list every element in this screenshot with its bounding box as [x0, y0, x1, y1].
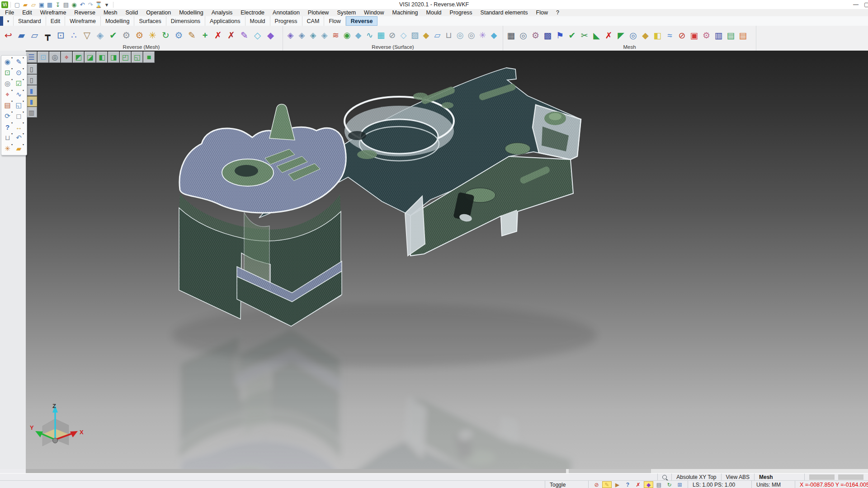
more-commands-icon[interactable]: ▾: [103, 1, 111, 9]
open-image-icon[interactable]: ▰: [14, 144, 24, 154]
section-cube-icon[interactable]: ◧: [651, 28, 664, 42]
tab-surfaces[interactable]: Surfaces: [134, 16, 166, 26]
status-button-blank-1[interactable]: [809, 474, 835, 480]
mesh-smooth-icon[interactable]: ◇: [251, 28, 264, 42]
shaded-edges-mode-icon[interactable]: ▮: [26, 96, 37, 107]
spline-icon[interactable]: ∿: [14, 89, 24, 99]
layers-paint-icon[interactable]: ▤: [2, 100, 13, 110]
window-zoom-icon[interactable]: ⊡: [38, 52, 49, 63]
scrollbar-thumb-secondary[interactable]: [569, 469, 651, 473]
mesh-rebuild-icon[interactable]: ⚙: [133, 28, 146, 42]
ucs-cube-icon[interactable]: ◆: [644, 481, 653, 488]
cube-color-icon[interactable]: ▩: [542, 28, 554, 42]
mesh-create-icon[interactable]: ◈: [94, 28, 107, 42]
menu-plotview[interactable]: Plotview: [304, 9, 333, 16]
tab-edit[interactable]: Edit: [46, 16, 66, 26]
stamp-red-icon[interactable]: ▣: [688, 28, 700, 42]
circle-sketch-icon[interactable]: ⊙: [14, 68, 24, 78]
flag-pick-icon[interactable]: ⚑: [554, 28, 566, 42]
menu-wireframe[interactable]: Wireframe: [36, 9, 71, 16]
gear-mesh-icon[interactable]: ⚙: [700, 28, 712, 42]
mesh-add-icon[interactable]: +: [198, 28, 212, 42]
profile-bar-icon[interactable]: ▤: [654, 481, 664, 488]
pick-wand-icon[interactable]: ✎: [602, 481, 612, 488]
dynamic-view-icon[interactable]: ◉: [2, 57, 13, 67]
export-cloud-icon[interactable]: ▱: [28, 28, 41, 42]
delete-surface-icon[interactable]: ⊔: [443, 28, 454, 42]
view-iso-icon[interactable]: ■: [143, 52, 155, 63]
menu-solid[interactable]: Solid: [121, 9, 142, 16]
tab-flow[interactable]: Flow: [324, 16, 345, 26]
menu-file[interactable]: File: [1, 9, 18, 16]
tab-mould[interactable]: Mould: [245, 16, 270, 26]
view-right-icon[interactable]: ◨: [108, 52, 119, 63]
mesh-repair-icon[interactable]: ⚙: [120, 28, 133, 42]
menu-standard-elements[interactable]: Standard elements: [476, 9, 532, 16]
mesh-delete-icon[interactable]: ✗: [212, 28, 225, 42]
view-mode-selector[interactable]: Absolute XY Top: [671, 474, 721, 481]
region-surface-icon[interactable]: ◈: [296, 28, 307, 42]
mesh-remove-region-icon[interactable]: ✗: [225, 28, 238, 42]
undo-view-icon[interactable]: ↶: [14, 133, 24, 143]
menu-progress[interactable]: Progress: [446, 9, 476, 16]
wave-mesh-icon[interactable]: ≈: [664, 28, 676, 42]
shaded-mode-icon[interactable]: ▮: [26, 85, 37, 96]
measure-icon[interactable]: ↔: [14, 122, 24, 132]
view-bottom-icon[interactable]: ◪: [85, 52, 96, 63]
viewport-grid-icon[interactable]: ⊞: [675, 481, 684, 488]
knife-mesh-icon[interactable]: ◣: [590, 28, 603, 42]
menu-system[interactable]: System: [333, 9, 360, 16]
probe-icon[interactable]: ┳: [41, 28, 54, 42]
check-surface-icon[interactable]: ◆: [488, 28, 500, 42]
menu-help[interactable]: ?: [552, 9, 563, 16]
panels-icon[interactable]: ▥: [712, 28, 725, 42]
print-icon[interactable]: ▤: [62, 1, 70, 9]
tab-progress[interactable]: Progress: [270, 16, 302, 26]
hide-mesh-icon[interactable]: ⊘: [676, 28, 688, 42]
zoom-detail-icon[interactable]: ◎: [2, 79, 13, 89]
mesh-refine-icon[interactable]: ✳: [146, 28, 159, 42]
refresh-icon[interactable]: ⟳: [2, 111, 13, 121]
mesh-check-icon[interactable]: ✔: [107, 28, 120, 42]
import-cloud-icon[interactable]: ▰: [15, 28, 28, 42]
history-icon[interactable]: ⌛: [94, 1, 103, 9]
wireframe-mode-icon[interactable]: ▯: [26, 64, 37, 74]
menu-operation[interactable]: Operation: [142, 9, 175, 16]
no-snap-icon[interactable]: ⊘: [592, 481, 601, 488]
3d-viewport[interactable]: [26, 51, 868, 469]
shade-cube-icon[interactable]: ◻: [14, 111, 24, 121]
mesh-cube-icon[interactable]: ▦: [505, 28, 517, 42]
redo-icon[interactable]: ↷: [86, 1, 94, 9]
menu-modelling[interactable]: Modelling: [175, 9, 208, 16]
align-plane-icon[interactable]: ⊡: [54, 28, 67, 42]
menu-mesh[interactable]: Mesh: [99, 9, 122, 16]
export-icon[interactable]: ↧: [54, 1, 62, 9]
strip-surface-icon[interactable]: ≋: [330, 28, 341, 42]
tab-dimensions[interactable]: Dimensions: [166, 16, 205, 26]
menu-flow[interactable]: Flow: [532, 9, 552, 16]
tab-modelling[interactable]: Modelling: [101, 16, 135, 26]
zoom-dynamic-icon[interactable]: ◎: [49, 52, 61, 63]
mesh-sculpt-icon[interactable]: ✎: [185, 28, 198, 42]
mesh-flip-icon[interactable]: ↻: [159, 28, 172, 42]
save-icon[interactable]: ▣: [38, 1, 46, 9]
scale-info[interactable]: LS: 1.00 PS: 1.00: [688, 481, 751, 488]
tab-applications[interactable]: Applications: [205, 16, 245, 26]
stamp-surface-icon[interactable]: ◆: [420, 28, 432, 42]
flower-points-icon[interactable]: ✳: [477, 28, 488, 42]
maximize-button[interactable]: ▢: [863, 0, 868, 9]
menu-machining[interactable]: Machining: [388, 9, 422, 16]
frame-select-icon[interactable]: ⊡: [2, 68, 13, 78]
mesh-settings-icon[interactable]: ⚙: [172, 28, 185, 42]
auto-rotate-icon[interactable]: ↻: [665, 481, 674, 488]
cube-gears-icon[interactable]: ⚙: [529, 28, 542, 42]
plane-fit-icon[interactable]: ◆: [353, 28, 364, 42]
draft-surface-icon[interactable]: ▱: [432, 28, 443, 42]
undo-icon[interactable]: ↶: [78, 1, 86, 9]
cloud-filter-icon[interactable]: ▽: [80, 28, 94, 42]
tab-standard[interactable]: Standard: [14, 16, 46, 26]
sphere-fit-icon[interactable]: ◉: [341, 28, 353, 42]
view-left-icon[interactable]: ◧: [96, 52, 108, 63]
ribs-surface-icon[interactable]: ∿: [364, 28, 375, 42]
point-cloud-icon[interactable]: ∴: [67, 28, 80, 42]
